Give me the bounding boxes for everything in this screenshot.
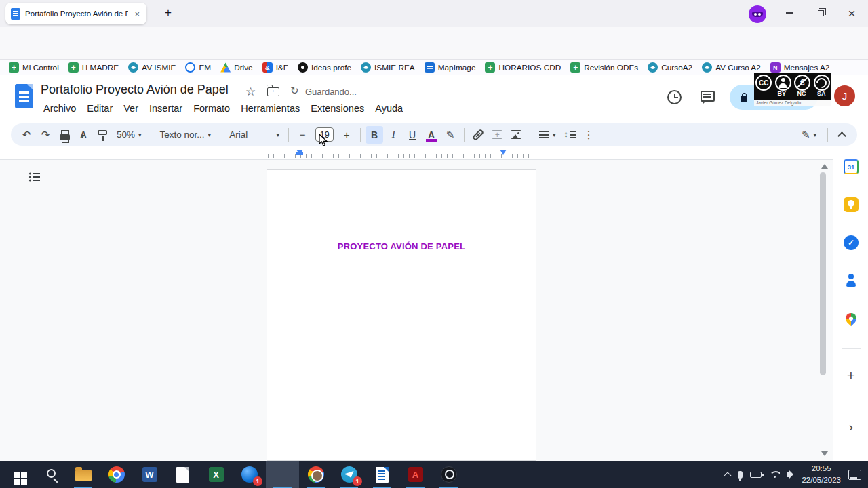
- bookmark-mi-control[interactable]: Mi Control: [5, 61, 62, 74]
- document-title[interactable]: Portafolio Proyecto Avión de Papel: [41, 83, 229, 97]
- chevron-down-icon: ▾: [553, 131, 556, 138]
- comments-icon[interactable]: [701, 91, 715, 102]
- editing-mode-button[interactable]: ✎▾: [795, 126, 823, 144]
- highlight-color-button[interactable]: ✎: [441, 126, 459, 144]
- menu-formato[interactable]: Formato: [188, 101, 235, 116]
- left-indent-marker[interactable]: [296, 150, 303, 155]
- print-button[interactable]: [56, 126, 73, 144]
- add-addon-button[interactable]: +: [843, 367, 859, 384]
- acrobat-icon[interactable]: A: [399, 461, 432, 488]
- paragraph-style-select[interactable]: Texto nor... ▾: [156, 126, 216, 144]
- bookmark-drive[interactable]: Drive: [217, 61, 256, 74]
- microphone-icon[interactable]: [738, 471, 743, 479]
- browser-tab[interactable]: Portafolio Proyecto Avión de Pa ×: [5, 3, 146, 24]
- restore-icon: [818, 10, 824, 16]
- file-explorer-icon[interactable]: [66, 461, 100, 488]
- libreoffice-icon[interactable]: [166, 461, 199, 488]
- tab-close-icon[interactable]: ×: [133, 9, 141, 19]
- bookmark-revision-odes[interactable]: Revisión ODEs: [567, 61, 642, 74]
- insert-image-button[interactable]: [507, 126, 525, 144]
- minimize-button[interactable]: [774, 0, 805, 26]
- document-heading-text[interactable]: PROYECTO AVIÓN DE PAPEL: [267, 241, 536, 251]
- star-document-icon[interactable]: ☆: [245, 85, 256, 99]
- menu-ver[interactable]: Ver: [118, 101, 144, 116]
- volume-icon[interactable]: [787, 472, 791, 477]
- word-icon[interactable]: W: [133, 461, 166, 488]
- menu-herramientas[interactable]: Herramientas: [235, 101, 305, 116]
- start-button[interactable]: [0, 461, 33, 488]
- add-comment-button[interactable]: +: [488, 126, 506, 144]
- move-to-folder-icon[interactable]: [267, 87, 279, 96]
- close-button[interactable]: ×: [836, 0, 867, 26]
- bookmark-ismie-rea[interactable]: ISMIE REA: [357, 61, 418, 74]
- scrollbar-thumb[interactable]: [820, 172, 826, 375]
- version-history-icon[interactable]: [667, 90, 682, 104]
- chrome-icon[interactable]: [100, 461, 133, 488]
- bookmark-h-madre[interactable]: H MADRE: [65, 61, 122, 74]
- collapse-toolbar-button[interactable]: [833, 126, 850, 144]
- scroll-up-arrow[interactable]: [821, 164, 828, 169]
- show-outline-button[interactable]: [27, 169, 42, 184]
- tray-expand-icon[interactable]: [724, 472, 732, 479]
- menu-extensiones[interactable]: Extensiones: [305, 101, 370, 116]
- cc-nc-icon: [794, 75, 810, 91]
- font-family-select[interactable]: Arial ▾: [225, 126, 283, 144]
- redo-button[interactable]: ↷: [37, 126, 54, 144]
- thunderbird-icon[interactable]: 1: [233, 461, 266, 488]
- italic-button[interactable]: I: [384, 126, 402, 144]
- bookmark-horarios-cdd[interactable]: HORARIOS CDD: [481, 61, 564, 74]
- line-spacing-button[interactable]: [561, 126, 578, 144]
- restore-button[interactable]: [805, 0, 836, 26]
- paint-format-button[interactable]: [94, 126, 111, 144]
- bookmark-av-ismie[interactable]: AV ISMIE: [125, 61, 179, 74]
- document-canvas[interactable]: PROYECTO AVIÓN DE PAPEL: [0, 160, 833, 461]
- menu-archivo[interactable]: Archivo: [38, 101, 81, 116]
- increase-font-size-button[interactable]: +: [338, 126, 355, 144]
- bookmark-cursoa2[interactable]: CursoA2: [644, 61, 696, 74]
- bookmark-ief[interactable]: I&F: [259, 61, 292, 74]
- search-button[interactable]: [33, 461, 66, 488]
- firefox-icon[interactable]: [266, 461, 299, 488]
- menu-editar[interactable]: Editar: [81, 101, 118, 116]
- collapse-panel-button[interactable]: ›: [843, 419, 859, 435]
- writer-icon[interactable]: [366, 461, 399, 488]
- docs-logo-icon[interactable]: [15, 84, 33, 108]
- clock[interactable]: 20:55 22/05/2023: [802, 463, 841, 485]
- telegram-icon[interactable]: 1: [332, 461, 366, 488]
- decrease-font-size-button[interactable]: −: [294, 126, 311, 144]
- mouse-cursor: [319, 134, 330, 150]
- spellcheck-button[interactable]: A: [75, 126, 92, 144]
- wifi-icon[interactable]: [769, 471, 780, 478]
- new-tab-button[interactable]: +: [160, 5, 176, 22]
- insert-link-button[interactable]: [469, 126, 487, 144]
- zoom-select[interactable]: 50% ▾: [113, 126, 146, 144]
- text-color-button[interactable]: A: [422, 126, 440, 144]
- docs-header: Portafolio Proyecto Avión de Papel ☆ ↻ G…: [0, 75, 868, 122]
- document-page[interactable]: PROYECTO AVIÓN DE PAPEL: [267, 169, 536, 461]
- chrome-profile-icon[interactable]: [299, 461, 332, 488]
- excel-icon[interactable]: X: [199, 461, 233, 488]
- menu-insertar[interactable]: Insertar: [144, 101, 188, 116]
- scroll-down-arrow[interactable]: [821, 451, 828, 456]
- obs-icon[interactable]: [432, 461, 465, 488]
- undo-button[interactable]: ↶: [18, 126, 35, 144]
- battery-icon[interactable]: [750, 472, 762, 478]
- maps-icon[interactable]: [843, 310, 859, 327]
- bookmark-em[interactable]: EM: [182, 61, 214, 74]
- account-avatar[interactable]: J: [834, 85, 855, 106]
- notification-center-icon[interactable]: [848, 470, 861, 480]
- right-indent-marker[interactable]: [500, 150, 507, 155]
- contacts-icon[interactable]: [843, 272, 859, 289]
- bold-button[interactable]: B: [366, 126, 383, 144]
- bookmark-mapimage[interactable]: MapImage: [421, 61, 479, 74]
- system-tray: 20:55 22/05/2023: [725, 461, 868, 488]
- menu-ayuda[interactable]: Ayuda: [370, 101, 408, 116]
- align-button[interactable]: ▾: [535, 126, 559, 144]
- underline-button[interactable]: U: [403, 126, 421, 144]
- bookmark-ideas-profe[interactable]: Ideas profe: [294, 61, 355, 74]
- tasks-icon[interactable]: ✓: [843, 235, 859, 251]
- toolbar-overflow-button[interactable]: ⋮: [580, 126, 597, 144]
- bookmark-favicon: [425, 62, 435, 73]
- keep-icon[interactable]: [843, 197, 859, 213]
- calendar-icon[interactable]: 31: [843, 159, 859, 175]
